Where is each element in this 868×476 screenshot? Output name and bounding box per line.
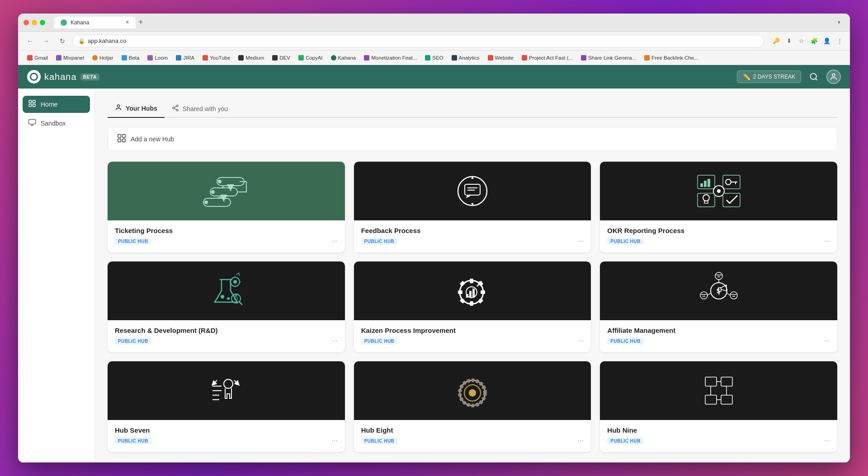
- hub-card-7[interactable]: Hub Seven PUBLIC HUB ···: [108, 361, 345, 452]
- card-menu-ticketing[interactable]: ···: [331, 237, 337, 245]
- bookmark-hotjar[interactable]: Hotjar: [89, 54, 117, 62]
- card-menu-okr[interactable]: ···: [824, 237, 830, 245]
- hub-card-okr[interactable]: OKR Reporting Process PUBLIC HUB ···: [600, 162, 837, 252]
- more-icon[interactable]: ⋮: [835, 36, 844, 46]
- sidebar-item-sandbox[interactable]: Sandbox: [23, 115, 90, 132]
- window-chevron-button[interactable]: ▾: [834, 17, 844, 28]
- browser-window: Kahana ✕ + ▾ ← → ↻ 🔒 app.kahana.co 🔑 ⬇ ☆…: [18, 14, 850, 462]
- analytics-label: Analytics: [459, 55, 480, 61]
- svg-rect-3: [29, 100, 31, 103]
- key-icon[interactable]: 🔑: [771, 36, 781, 46]
- add-hub-row[interactable]: Add a new Hub: [108, 127, 837, 151]
- tab-favicon: [61, 19, 67, 26]
- hub-card-rd[interactable]: Research & Development (R&D) PUBLIC HUB …: [108, 261, 345, 352]
- navbar-right: ✏️ 2 DAYS STREAK: [737, 70, 841, 84]
- bookmark-monetization[interactable]: Monetization Feat...: [360, 54, 420, 62]
- hub-card-footer-rd: PUBLIC HUB ···: [115, 337, 338, 345]
- backlink-favicon: [644, 55, 650, 61]
- new-tab-button[interactable]: +: [138, 18, 143, 27]
- bookmark-mixpanel[interactable]: Mixpanel: [52, 54, 88, 62]
- bookmark-dev[interactable]: DEV: [269, 54, 294, 62]
- bookmark-backlink[interactable]: Free Backlink Che...: [641, 54, 702, 62]
- add-hub-icon: [117, 134, 126, 144]
- sidebar-sandbox-label: Sandbox: [41, 120, 66, 127]
- card-menu-9[interactable]: ···: [824, 437, 830, 445]
- hub-card-footer-affiliate: PUBLIC HUB ···: [607, 337, 830, 345]
- svg-point-0: [811, 74, 816, 79]
- bookmark-analytics[interactable]: Analytics: [448, 54, 483, 62]
- maximize-button[interactable]: [40, 20, 45, 25]
- bookmark-copyai[interactable]: CopyAI: [295, 54, 326, 62]
- svg-point-10: [173, 107, 175, 109]
- loom-favicon: [147, 55, 153, 61]
- svg-rect-85: [721, 377, 732, 386]
- traffic-lights: [24, 20, 45, 25]
- close-button[interactable]: [24, 20, 29, 25]
- minimize-button[interactable]: [32, 20, 37, 25]
- youtube-favicon: [203, 55, 208, 61]
- svg-line-72: [727, 293, 730, 295]
- card-menu-kaizen[interactable]: ···: [578, 337, 584, 345]
- hub-card-9[interactable]: Hub Nine PUBLIC HUB ···: [600, 361, 837, 452]
- bookmark-loom[interactable]: Loom: [144, 54, 171, 62]
- bookmark-jira[interactable]: JIRA: [172, 54, 198, 62]
- hub-card-body-okr: OKR Reporting Process PUBLIC HUB ···: [600, 220, 837, 252]
- svg-rect-87: [721, 395, 732, 404]
- hub-card-8[interactable]: Hub Eight PUBLIC HUB ···: [354, 361, 591, 452]
- card-menu-affiliate[interactable]: ···: [824, 337, 830, 345]
- hub-card-affiliate[interactable]: $ Affiliate Management PUB: [600, 261, 837, 352]
- hub-card-title-kaizen: Kaizen Process Improvement: [361, 327, 584, 334]
- search-button[interactable]: [807, 70, 821, 84]
- browser-ext-icon[interactable]: 🧩: [809, 36, 819, 46]
- bookmark-seo[interactable]: SEO: [421, 54, 447, 62]
- card-menu-rd[interactable]: ···: [331, 337, 337, 345]
- hub-card-footer-kaizen: PUBLIC HUB ···: [361, 337, 584, 345]
- shared-icon: [172, 104, 179, 113]
- bookmark-website[interactable]: Website: [484, 54, 517, 62]
- hub-card-feedback[interactable]: Feedback Process PUBLIC HUB ···: [354, 162, 591, 252]
- streak-icon: ✏️: [743, 73, 750, 80]
- hub-card-body-7: Hub Seven PUBLIC HUB ···: [108, 420, 345, 452]
- bookmark-youtube[interactable]: YouTube: [199, 54, 234, 62]
- bookmark-star-icon[interactable]: ☆: [797, 36, 807, 46]
- forward-button[interactable]: →: [40, 35, 52, 47]
- bookmark-medium[interactable]: Medium: [235, 54, 268, 62]
- tab-shared-with-you[interactable]: Shared with you: [165, 99, 235, 118]
- browser-tab[interactable]: Kahana ✕: [54, 17, 136, 28]
- hub-card-kaizen[interactable]: Kaizen Process Improvement PUBLIC HUB ··…: [354, 261, 591, 352]
- seo-favicon: [425, 55, 430, 61]
- hub-card-footer-7: PUBLIC HUB ···: [115, 437, 338, 445]
- sidebar-item-home[interactable]: Home: [23, 96, 90, 113]
- sandbox-icon: [28, 118, 36, 128]
- back-button[interactable]: ←: [24, 35, 36, 47]
- tab-your-hubs[interactable]: Your Hubs: [108, 99, 165, 118]
- card-menu-7[interactable]: ···: [331, 437, 337, 445]
- hub-card-image-rd: [108, 261, 345, 320]
- hub-card-ticketing[interactable]: Ticketing Process PUBLIC HUB ···: [108, 162, 345, 252]
- card-menu-feedback[interactable]: ···: [578, 237, 584, 245]
- beta-badge: BETA: [80, 74, 99, 80]
- svg-rect-84: [705, 377, 717, 386]
- tab-close-button[interactable]: ✕: [125, 19, 129, 25]
- svg-point-24: [458, 177, 487, 205]
- svg-rect-5: [29, 104, 31, 107]
- hub-card-title-okr: OKR Reporting Process: [607, 227, 830, 234]
- card-menu-8[interactable]: ···: [578, 437, 584, 445]
- bookmark-project[interactable]: Project Act Fast (...: [518, 54, 576, 62]
- bookmark-beta[interactable]: Beta: [118, 54, 143, 62]
- bookmark-gmail[interactable]: Gmail: [24, 54, 52, 62]
- bookmark-kahana[interactable]: Kahana: [327, 54, 360, 62]
- reload-button[interactable]: ↻: [56, 35, 69, 47]
- medium-favicon: [238, 55, 244, 61]
- website-favicon: [488, 55, 493, 61]
- svg-point-39: [703, 195, 709, 201]
- hub-card-image-affiliate: $: [600, 261, 837, 320]
- address-field[interactable]: 🔒 app.kahana.co: [72, 35, 764, 47]
- streak-badge: ✏️ 2 DAYS STREAK: [737, 70, 801, 83]
- public-hub-badge-8: PUBLIC HUB: [361, 438, 398, 444]
- user-avatar[interactable]: [826, 70, 841, 84]
- download-icon[interactable]: ⬇: [784, 36, 794, 46]
- hub-card-title-ticketing: Ticketing Process: [115, 227, 338, 234]
- profile-icon[interactable]: 👤: [822, 36, 832, 46]
- bookmark-sharelink[interactable]: Share Link Genera...: [577, 54, 640, 62]
